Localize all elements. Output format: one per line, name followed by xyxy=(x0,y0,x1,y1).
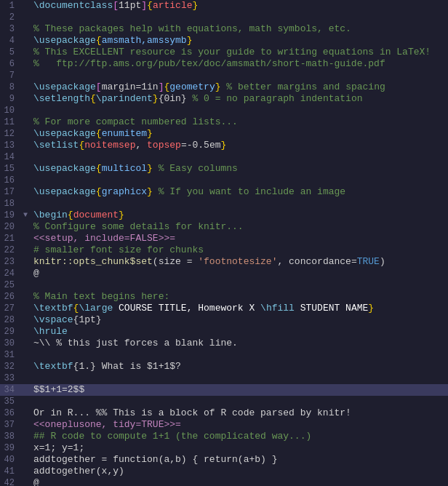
token: \textbf xyxy=(33,361,73,372)
token: STUDENT NAME xyxy=(295,303,368,314)
token: \hrule xyxy=(33,326,68,337)
line-content-33 xyxy=(31,373,448,384)
line-number-14: 14 xyxy=(0,151,20,163)
line-number-34: 34 xyxy=(0,384,20,396)
line-number-11: 11 xyxy=(0,116,20,128)
token: } xyxy=(147,128,153,139)
line-content-25 xyxy=(31,279,448,291)
line-content-12: \usepackage{enumitem} xyxy=(31,128,448,140)
token: \hfill xyxy=(260,303,295,314)
line-content-14 xyxy=(31,151,448,163)
line-content-32: \textbf{1.} What is $1+1$? xyxy=(31,361,448,373)
line-content-22: # smaller font size for chunks xyxy=(31,244,448,256)
line-content-34: $$1+1=2$$ xyxy=(31,384,448,396)
line-number-6: 6 xyxy=(0,58,20,70)
line-content-10 xyxy=(31,105,448,116)
token: { xyxy=(147,0,153,11)
line-34: 34$$1+1=2$$ xyxy=(0,384,448,396)
line-37: 37<<oneplusone, tidy=TRUE>>= xyxy=(0,419,448,431)
line-number-35: 35 xyxy=(0,396,20,407)
token: { xyxy=(96,35,102,46)
token: COURSE TITLE, Homework X xyxy=(113,303,260,314)
token: \textbf xyxy=(33,303,73,314)
token: , xyxy=(135,140,147,151)
line-8: 8\usepackage[margin=1in]{geometry} % bet… xyxy=(0,81,448,93)
line-33: 33 xyxy=(0,373,448,384)
token: [ xyxy=(113,0,119,11)
token: ) xyxy=(380,256,385,267)
token: Or in R... %% This is a block of R code … xyxy=(33,407,351,418)
token: @ xyxy=(33,268,39,279)
line-number-19: 19 xyxy=(0,210,20,221)
line-30: 30~\\ % this just forces a blank line. xyxy=(0,338,448,349)
line-content-6: % ftp://ftp.ams.org/pub/tex/doc/amsmath/… xyxy=(31,58,448,70)
line-content-18 xyxy=(31,198,448,210)
line-29: 29\hrule xyxy=(0,326,448,338)
line-content-24: @ xyxy=(31,268,448,279)
line-41: 41addtogether(x,y) xyxy=(0,466,448,477)
token: <<setup, include=FALSE>>= xyxy=(33,233,175,244)
line-25: 25 xyxy=(0,279,448,291)
line-40: 40addtogether = function(a,b) { return(a… xyxy=(0,454,448,466)
line-content-1: \documentclass[11pt]{article} xyxy=(31,0,448,12)
line-42: 42@ xyxy=(0,477,448,486)
fold-icon-19[interactable]: ▼ xyxy=(20,210,31,221)
line-16: 16 xyxy=(0,175,448,186)
line-7: 7 xyxy=(0,70,448,81)
line-content-30: ~\\ % this just forces a blank line. xyxy=(31,338,448,349)
token: } xyxy=(147,186,153,197)
line-9: 9\setlength{\parindent}{0in} % 0 = no pa… xyxy=(0,93,448,105)
token: <<oneplusone, tidy=TRUE>>= xyxy=(33,419,181,430)
line-number-32: 32 xyxy=(0,361,20,373)
line-content-39: x=1; y=1; xyxy=(31,442,448,454)
line-39: 39x=1; y=1; xyxy=(0,442,448,454)
line-12: 12\usepackage{enumitem} xyxy=(0,128,448,140)
token: What is $1+1$? xyxy=(96,361,181,372)
line-content-15: \usepackage{multicol} % Easy columns xyxy=(31,163,448,175)
token: % For more compact numbered lists... xyxy=(33,116,238,127)
line-32: 32\textbf{1.} What is $1+1$? xyxy=(0,361,448,373)
line-13: 13\setlist{noitemsep, topsep=-0.5em} xyxy=(0,140,448,151)
line-number-20: 20 xyxy=(0,221,20,233)
line-number-29: 29 xyxy=(0,326,20,338)
line-number-10: 10 xyxy=(0,105,20,116)
line-number-7: 7 xyxy=(0,70,20,81)
line-content-35 xyxy=(31,396,448,407)
line-27: 27\textbf{\large COURSE TITLE, Homework … xyxy=(0,303,448,314)
line-26: 26% Main text begins here: xyxy=(0,291,448,303)
line-19: 19▼\begin{document} xyxy=(0,210,448,221)
token: \setlength xyxy=(33,93,90,104)
token: % ftp://ftp.ams.org/pub/tex/doc/amsmath/… xyxy=(33,58,385,69)
line-11: 11% For more compact numbered lists... xyxy=(0,116,448,128)
line-content-7 xyxy=(31,70,448,81)
line-number-13: 13 xyxy=(0,140,20,151)
line-number-22: 22 xyxy=(0,244,20,256)
token: article xyxy=(153,0,193,11)
line-31: 31 xyxy=(0,349,448,361)
token: % Configure some details for knitr... xyxy=(33,221,244,232)
token: knitr::opts_chunk$set xyxy=(33,256,153,267)
line-2: 2 xyxy=(0,12,448,23)
line-content-4: \usepackage{amsmath,amssymb} xyxy=(31,35,448,47)
line-content-26: % Main text begins here: xyxy=(31,291,448,303)
token: {1.} xyxy=(73,361,96,372)
token: } xyxy=(215,81,221,92)
line-20: 20% Configure some details for knitr... xyxy=(0,221,448,233)
token: (size = xyxy=(153,256,198,267)
line-content-42: @ xyxy=(31,477,448,486)
line-4: 4\usepackage{amsmath,amssymb} xyxy=(0,35,448,47)
token: ] xyxy=(141,0,147,11)
line-content-3: % These packages help with equations, ma… xyxy=(31,23,448,35)
token: {1pt} xyxy=(73,314,102,325)
line-10: 10 xyxy=(0,105,448,116)
token: x=1; y=1; xyxy=(33,442,84,453)
token: margin=1in xyxy=(102,81,159,92)
token: addtogether = function(a,b) { return(a+b… xyxy=(33,454,277,465)
token: enumitem xyxy=(102,128,147,139)
token: { xyxy=(96,186,102,197)
token: \usepackage xyxy=(33,186,96,197)
line-number-38: 38 xyxy=(0,431,20,442)
token: } xyxy=(220,140,226,151)
token: geometry xyxy=(169,81,215,92)
line-number-41: 41 xyxy=(0,466,20,477)
